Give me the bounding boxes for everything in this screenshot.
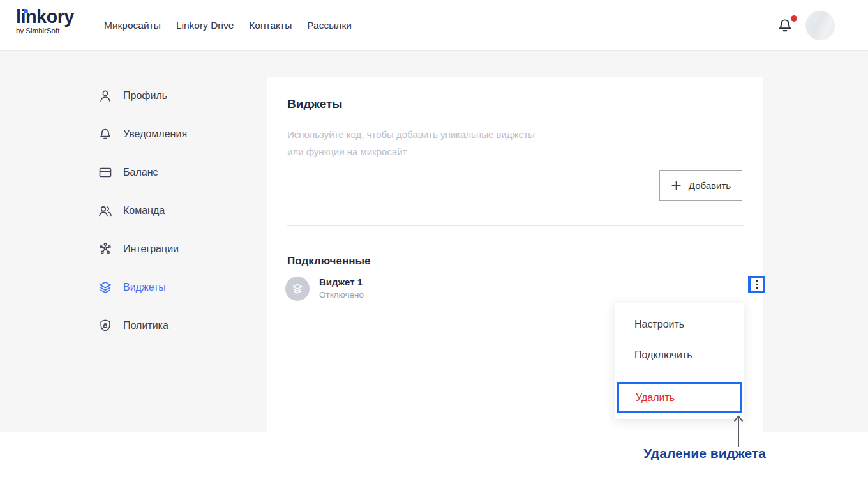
widget-context-menu: Настроить Подключить Удалить bbox=[615, 303, 744, 419]
plus-icon bbox=[671, 180, 682, 191]
card-icon bbox=[98, 165, 113, 180]
page-title: Виджеты bbox=[287, 97, 343, 111]
sidebar-item-label: Интеграции bbox=[123, 240, 179, 259]
menu-item-configure[interactable]: Настроить bbox=[634, 314, 684, 335]
widget-actions-kebab-button[interactable] bbox=[748, 276, 765, 293]
menu-item-delete[interactable]: Удалить bbox=[617, 382, 742, 413]
notifications-button[interactable] bbox=[776, 17, 795, 36]
layers-icon bbox=[98, 280, 113, 295]
page: linkory by SimbirSoft Микросайты Linkory… bbox=[0, 0, 868, 479]
description-line-1: Используйте код, чтобы добавить уникальн… bbox=[287, 129, 535, 140]
team-icon bbox=[98, 203, 113, 218]
sidebar-item-label: Команда bbox=[123, 201, 165, 220]
logo-byline: by SimbirSoft bbox=[16, 27, 74, 34]
annotation-arrow-up-icon bbox=[730, 412, 747, 448]
shield-icon bbox=[98, 318, 113, 333]
user-icon bbox=[98, 88, 113, 103]
connected-section-title: Подключенные bbox=[287, 255, 370, 268]
integrations-icon bbox=[98, 241, 113, 257]
description-line-2: или функции на микросайт bbox=[287, 146, 407, 157]
sidebar-item-widgets[interactable]: Виджеты bbox=[98, 278, 166, 297]
nav-item-microsites[interactable]: Микросайты bbox=[104, 20, 161, 31]
sidebar-item-notifications[interactable]: Уведомления bbox=[98, 125, 187, 144]
logo[interactable]: linkory by SimbirSoft bbox=[16, 7, 74, 34]
delete-label: Удалить bbox=[636, 392, 675, 404]
nav-item-contacts[interactable]: Контакты bbox=[249, 20, 292, 31]
kebab-dot bbox=[756, 284, 758, 285]
logo-accent-dot bbox=[24, 9, 28, 13]
add-widget-button[interactable]: Добавить bbox=[659, 170, 742, 201]
user-avatar[interactable] bbox=[805, 11, 835, 40]
annotation-label: Удаление виджета bbox=[629, 446, 781, 461]
section-divider bbox=[287, 225, 744, 226]
widget-status: Отключено bbox=[319, 290, 364, 300]
sidebar-item-profile[interactable]: Профиль bbox=[98, 86, 167, 105]
widget-layers-icon bbox=[285, 277, 310, 301]
menu-divider bbox=[626, 376, 733, 376]
menu-item-connect[interactable]: Подключить bbox=[634, 344, 692, 366]
app-header: linkory by SimbirSoft Микросайты Linkory… bbox=[0, 0, 868, 51]
sidebar-item-policy[interactable]: Политика bbox=[98, 316, 168, 335]
sidebar-item-label: Баланс bbox=[123, 163, 158, 182]
sidebar-item-label: Профиль bbox=[123, 86, 167, 105]
widget-list-item: Виджет 1 Отключено bbox=[285, 277, 758, 302]
sidebar-item-team[interactable]: Команда bbox=[98, 201, 165, 220]
sidebar-item-label: Виджеты bbox=[123, 278, 166, 297]
sidebar-item-balance[interactable]: Баланс bbox=[98, 163, 158, 182]
kebab-dot bbox=[756, 280, 758, 282]
unread-indicator bbox=[791, 15, 797, 22]
sidebar-item-label: Уведомления bbox=[123, 125, 187, 144]
main-nav: Микросайты Linkory Drive Контакты Рассыл… bbox=[104, 0, 352, 51]
sidebar-item-label: Политика bbox=[123, 316, 168, 335]
sidebar-item-integrations[interactable]: Интеграции bbox=[98, 240, 179, 259]
add-widget-label: Добавить bbox=[689, 180, 731, 191]
kebab-dot bbox=[756, 287, 758, 289]
page-description: Используйте код, чтобы добавить уникальн… bbox=[287, 126, 535, 160]
nav-item-linkory-drive[interactable]: Linkory Drive bbox=[176, 20, 234, 31]
nav-item-mailings[interactable]: Рассылки bbox=[307, 20, 352, 31]
widget-name: Виджет 1 bbox=[319, 277, 363, 287]
bell-icon bbox=[98, 126, 113, 142]
